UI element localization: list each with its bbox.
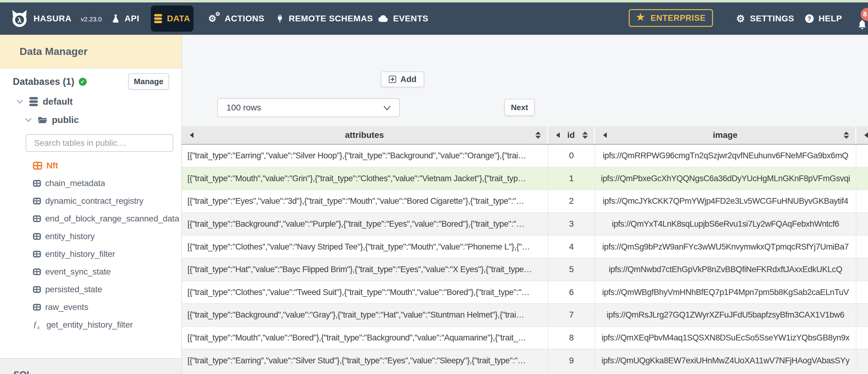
table-row[interactable]: [{"trait_type":"Earring","value":"Silver… [182, 145, 868, 167]
sort-icon[interactable] [844, 131, 849, 139]
add-row-button[interactable]: Add [381, 71, 424, 87]
table-icon [33, 180, 41, 187]
cell-id: 1 [548, 167, 595, 190]
sidebar-table-item[interactable]: entity_history [0, 227, 181, 245]
collapse-column-icon[interactable] [190, 132, 193, 138]
hasura-logo-icon: λ [11, 10, 28, 27]
sidebar-table-item[interactable]: persisted_state [0, 281, 181, 298]
cell-image: ipfs://QmcJYkCKK7QPmYWjp4FD2e3Lv5WCGFuHN… [595, 190, 857, 212]
cell-attributes: [{"trait_type":"Hat","value":"Bayc Flipp… [182, 258, 548, 281]
sidebar-table-item[interactable]: event_sync_state [0, 263, 181, 281]
bell-icon [857, 18, 867, 30]
table-name: chain_metadata [45, 179, 105, 188]
notifications-button[interactable]: 8 [857, 2, 868, 35]
manage-button[interactable]: Manage [128, 73, 169, 90]
search-placeholder: Search tables in public.... [34, 138, 126, 148]
cell-id: 4 [548, 236, 595, 258]
sidebar-table-item[interactable]: Nft [0, 157, 181, 175]
sidebar-table-item[interactable]: entity_history_filter [0, 245, 181, 263]
table-row[interactable]: [{"trait_type":"Earring","value":"Silver… [182, 349, 868, 372]
cell-id: 7 [548, 304, 595, 326]
tree-node-database[interactable]: default [17, 96, 73, 107]
cell-attributes: [{"trait_type":"Mouth","value":"Bored"},… [182, 327, 548, 349]
cell-image: ipfs://QmPbxeGcXhYQQNgsC6a36dDyYUcHgMLnG… [595, 167, 857, 190]
column-header-image[interactable]: image [595, 126, 857, 144]
table-row[interactable]: [{"trait_type":"Background","value":"Gra… [182, 304, 868, 327]
table-row[interactable]: [{"trait_type":"Mouth","value":"Grin"},{… [182, 167, 868, 190]
rows-select-value: 100 rows [226, 103, 261, 113]
rows-table: attributes id image [182, 126, 868, 372]
window-top-strip [0, 0, 868, 2]
sidebar-table-item[interactable]: ƒxget_entity_history_filter [0, 316, 181, 334]
cell-image: ipfs://QmSg9bPzW9anFYc3wWU5KnvymwkxQTpmq… [595, 236, 857, 258]
table-row[interactable]: [{"trait_type":"Clothes","value":"Tweed … [182, 281, 868, 304]
collapse-column-icon[interactable] [556, 132, 560, 138]
table-name: Nft [46, 161, 58, 170]
table-row[interactable]: [{"trait_type":"Eyes","value":"3d"},{"tr… [182, 190, 868, 213]
top-navbar: λ HASURA v2.23.0 API DATA ⚙⚙ ACTIONS REM… [0, 2, 868, 35]
table-row[interactable]: [{"trait_type":"Clothes","value":"Navy S… [182, 236, 868, 258]
sidebar-table-item[interactable]: end_of_block_range_scanned_data [0, 210, 181, 227]
table-name: dynamic_contract_registry [45, 196, 144, 206]
table-row[interactable]: [{"trait_type":"Background","value":"Pur… [182, 213, 868, 236]
search-tables-input[interactable]: Search tables in public.... [26, 134, 173, 152]
brand[interactable]: λ HASURA v2.23.0 [11, 2, 102, 35]
sort-icon[interactable] [582, 131, 588, 139]
column-header-attributes[interactable]: attributes [182, 126, 548, 144]
nav-item-data[interactable]: DATA [151, 5, 193, 32]
cell-image: ipfs://QmUQgKka8EW7exiUHnMwZ4UoXA11wV7NF… [595, 349, 857, 372]
column-header-id[interactable]: id [548, 126, 595, 144]
data-sidebar: Data Manager Databases (1) ✓ Manage defa… [0, 35, 182, 374]
cell-image: ipfs://QmNwbd7ctEhGpVkP8nZvBBQfiNeFKRdxf… [595, 258, 857, 281]
table-name: get_entity_history_filter [46, 320, 133, 330]
table-icon [33, 269, 41, 275]
sidebar-sql-section[interactable]: SQL [0, 358, 181, 374]
nav-item-remote-schemas[interactable]: REMOTE SCHEMAS [276, 2, 373, 35]
chevron-down-icon[interactable] [25, 118, 32, 122]
collapse-column-icon[interactable] [603, 132, 607, 138]
tree-node-schema[interactable]: public [25, 115, 79, 125]
nav-item-label: EVENTS [393, 14, 429, 24]
plus-square-icon [389, 76, 396, 83]
chevron-down-icon[interactable] [17, 99, 23, 104]
flask-icon [112, 14, 120, 23]
cell-id: 8 [548, 327, 595, 349]
sidebar-title: Data Manager [20, 45, 88, 57]
nav-item-actions[interactable]: ⚙⚙ ACTIONS [209, 2, 264, 35]
next-page-button[interactable]: Next [504, 99, 535, 116]
cell-id: 0 [548, 145, 595, 167]
cell-attributes: [{"trait_type":"Earring","value":"Silver… [182, 349, 548, 372]
enterprise-button[interactable]: ★ ENTERPRISE [629, 9, 713, 27]
cell-id: 5 [548, 258, 595, 281]
nav-item-help[interactable]: ? HELP [805, 2, 842, 35]
sidebar-table-item[interactable]: dynamic_contract_registry [0, 192, 181, 210]
sidebar-table-item[interactable]: chain_metadata [0, 175, 181, 192]
cell-image: ipfs://QmYxT4LnK8sqLupjbS6eRvu1si7Ly2wFQ… [595, 213, 857, 235]
table-name: raw_events [45, 302, 88, 312]
rows-per-page-select[interactable]: 100 rows [217, 98, 400, 117]
tree-node-label: default [43, 96, 73, 107]
cell-attributes: [{"trait_type":"Background","value":"Pur… [182, 213, 548, 235]
nav-item-events[interactable]: EVENTS [378, 2, 429, 35]
cell-attributes: [{"trait_type":"Clothes","value":"Navy S… [182, 236, 548, 258]
cell-image: ipfs://QmRsJLrg27GQ1ZWyrXZFuJFdU5bapfzsy… [595, 304, 857, 326]
cloud-icon [378, 15, 388, 22]
cell-attributes: [{"trait_type":"Earring","value":"Silver… [182, 145, 548, 167]
table-icon [33, 215, 41, 222]
sidebar-title-band: Data Manager [0, 35, 181, 68]
cell-image: ipfs://QmWBgfBhyVmHNhBfEQ7p1P4Mpn7pm5b8K… [595, 281, 857, 304]
table-row[interactable]: [{"trait_type":"Mouth","value":"Bored"},… [182, 327, 868, 350]
star-icon: ★ [636, 11, 645, 23]
table-icon [33, 198, 41, 205]
nav-item-api[interactable]: API [112, 2, 139, 35]
collapse-column-icon[interactable] [864, 132, 868, 138]
sidebar-table-item[interactable]: raw_events [0, 298, 181, 316]
nav-item-settings[interactable]: ⚙ SETTINGS [736, 2, 794, 35]
table-name: end_of_block_range_scanned_data [45, 214, 179, 224]
sort-icon[interactable] [535, 131, 541, 139]
cell-partial [857, 327, 868, 349]
check-circle-icon: ✓ [79, 78, 87, 86]
table-row[interactable]: [{"trait_type":"Hat","value":"Bayc Flipp… [182, 258, 868, 281]
column-header-partial[interactable] [857, 126, 868, 144]
nav-item-label: API [125, 14, 139, 24]
